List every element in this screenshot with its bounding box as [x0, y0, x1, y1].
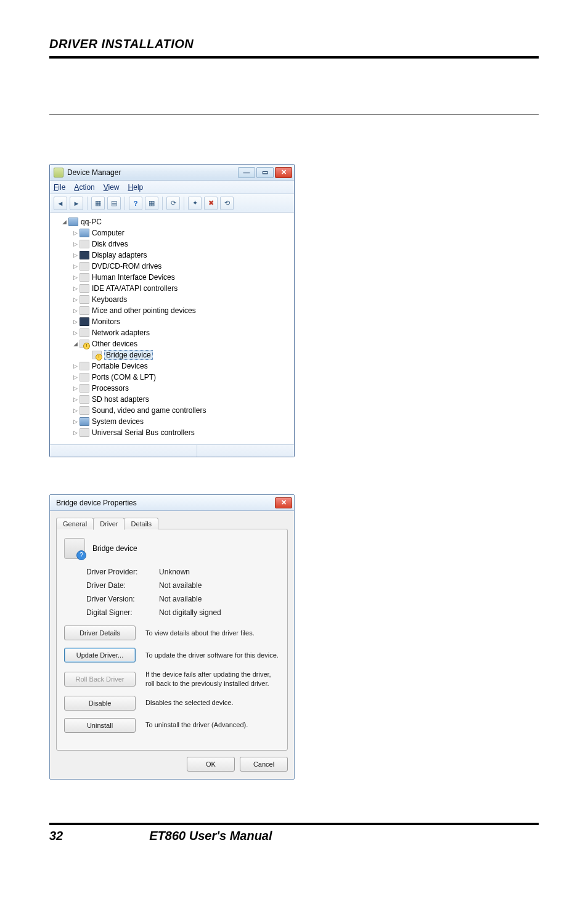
menu-action[interactable]: Action — [74, 183, 94, 192]
expand-icon[interactable]: ▷ — [72, 407, 78, 414]
help-button[interactable]: ? — [129, 197, 142, 210]
ports-icon — [80, 373, 89, 381]
expand-icon[interactable]: ▷ — [72, 418, 78, 425]
expand-icon[interactable]: ▷ — [72, 319, 78, 325]
collapse-icon[interactable]: ◢ — [72, 341, 78, 347]
hid-icon — [80, 273, 89, 282]
toolbar: ◄ ► ▦ ▤ ? ▦ ⟳ ✦ ✖ ⟲ — [50, 194, 294, 213]
expand-icon[interactable]: ▷ — [72, 230, 78, 236]
device-tree[interactable]: ◢ qq-PC ▷Computer ▷Disk drives ▷Display … — [50, 213, 294, 444]
expand-icon[interactable]: ▷ — [72, 296, 78, 303]
tab-driver[interactable]: Driver — [93, 518, 125, 530]
ok-button[interactable]: OK — [187, 757, 235, 772]
scan-button[interactable]: ▦ — [145, 197, 158, 210]
menu-file[interactable]: File — [54, 183, 65, 192]
titlebar: Device Manager — ▭ ✕ — [50, 165, 294, 181]
usb-icon — [80, 428, 89, 437]
uninstall-button[interactable]: Uninstall — [64, 718, 136, 733]
update-driver-button[interactable]: Update Driver... — [64, 648, 136, 662]
version-label: Driver Version: — [86, 595, 159, 603]
tree-node[interactable]: ▷Human Interface Devices — [54, 272, 292, 283]
expand-icon[interactable]: ▷ — [72, 308, 78, 314]
close-button[interactable]: ✕ — [275, 167, 292, 178]
expand-icon[interactable]: ▷ — [72, 330, 78, 336]
tab-panel-driver: Bridge device Driver Provider: Unknown D… — [56, 529, 288, 751]
properties-button[interactable]: ▤ — [107, 197, 121, 210]
expand-icon[interactable]: ▷ — [72, 385, 78, 391]
expand-icon[interactable]: ▷ — [72, 363, 78, 369]
back-button[interactable]: ◄ — [54, 197, 67, 210]
tree-node[interactable]: ▷System devices — [54, 416, 292, 427]
device-manager-window: Device Manager — ▭ ✕ File Action View He… — [49, 164, 295, 457]
disable-button[interactable]: Disable — [64, 696, 136, 711]
dvd-icon — [80, 262, 89, 271]
update-button[interactable]: ⟳ — [166, 197, 180, 210]
footer-rule — [49, 823, 539, 825]
tree-node[interactable]: ▷Display adapters — [54, 250, 292, 261]
roll-back-driver-button[interactable]: Roll Back Driver — [64, 672, 136, 687]
tab-general[interactable]: General — [56, 518, 94, 529]
expand-icon[interactable]: ▷ — [72, 396, 78, 402]
menu-view[interactable]: View — [104, 183, 120, 192]
driver-details-button[interactable]: Driver Details — [64, 626, 136, 640]
tree-node[interactable]: ▷Sound, video and game controllers — [54, 405, 292, 416]
show-hidden-button[interactable]: ▦ — [91, 197, 105, 210]
disable-button[interactable]: ✖ — [204, 197, 218, 210]
tree-node[interactable]: ▷Monitors — [54, 316, 292, 327]
ide-icon — [80, 284, 89, 293]
expand-icon[interactable]: ▷ — [72, 430, 78, 436]
date-label: Driver Date: — [86, 581, 159, 590]
tree-child-selected[interactable]: Bridge device — [54, 349, 292, 361]
maximize-button[interactable]: ▭ — [256, 167, 274, 178]
tree-node[interactable]: ▷Ports (COM & LPT) — [54, 372, 292, 383]
tree-node[interactable]: ▷Network adapters — [54, 327, 292, 338]
display-icon — [80, 251, 89, 259]
window-title: Device Manager — [67, 168, 238, 177]
tree-node[interactable]: ◢Other devices — [54, 338, 292, 349]
tree-node[interactable]: ▷Disk drives — [54, 238, 292, 250]
tree-root[interactable]: ◢ qq-PC — [54, 216, 292, 227]
tree-node[interactable]: ▷Processors — [54, 383, 292, 394]
collapse-icon[interactable]: ◢ — [61, 219, 67, 225]
toolbar-divider — [125, 197, 125, 210]
close-button[interactable]: ✕ — [275, 497, 292, 508]
expand-icon[interactable]: ▷ — [72, 274, 78, 280]
tree-node[interactable]: ▷Computer — [54, 227, 292, 238]
menu-help[interactable]: Help — [128, 183, 144, 192]
expand-icon[interactable]: ▷ — [72, 241, 78, 247]
tree-node[interactable]: ▷SD host adapters — [54, 394, 292, 405]
keyboard-icon — [80, 295, 89, 304]
provider-value: Unknown — [159, 568, 280, 576]
signer-label: Digital Signer: — [86, 608, 159, 617]
expand-icon[interactable]: ▷ — [72, 252, 78, 258]
tab-details[interactable]: Details — [124, 518, 158, 529]
minimize-button[interactable]: — — [238, 167, 255, 178]
portable-icon — [80, 362, 89, 370]
uninstall-desc: To uninstall the driver (Advanced). — [145, 720, 280, 730]
driver-details-desc: To view details about the driver files. — [145, 629, 280, 638]
menubar: File Action View Help — [50, 181, 294, 194]
tree-node[interactable]: ▷DVD/CD-ROM drives — [54, 261, 292, 272]
tree-node[interactable]: ▷Keyboards — [54, 294, 292, 305]
tree-node[interactable]: ▷Mice and other pointing devices — [54, 305, 292, 316]
selected-device-label: Bridge device — [104, 350, 153, 360]
forward-button[interactable]: ► — [70, 197, 83, 210]
roll-back-desc: If the device fails after updating the d… — [145, 670, 280, 688]
computer-icon — [68, 218, 78, 226]
cancel-button[interactable]: Cancel — [240, 757, 288, 772]
header-rule — [49, 56, 539, 59]
uninstall-button[interactable]: ✦ — [188, 197, 202, 210]
mouse-icon — [80, 306, 89, 315]
device-name: Bridge device — [92, 544, 137, 553]
update-driver-desc: To update the driver software for this d… — [145, 651, 280, 660]
titlebar: Bridge device Properties ✕ — [50, 495, 294, 511]
scan-hardware-button[interactable]: ⟲ — [220, 197, 234, 210]
date-value: Not available — [159, 581, 280, 590]
provider-label: Driver Provider: — [86, 568, 159, 576]
tree-node[interactable]: ▷Portable Devices — [54, 361, 292, 372]
expand-icon[interactable]: ▷ — [72, 263, 78, 269]
tree-node[interactable]: ▷Universal Serial Bus controllers — [54, 427, 292, 438]
expand-icon[interactable]: ▷ — [72, 285, 78, 291]
expand-icon[interactable]: ▷ — [72, 374, 78, 380]
tree-node[interactable]: ▷IDE ATA/ATAPI controllers — [54, 283, 292, 294]
